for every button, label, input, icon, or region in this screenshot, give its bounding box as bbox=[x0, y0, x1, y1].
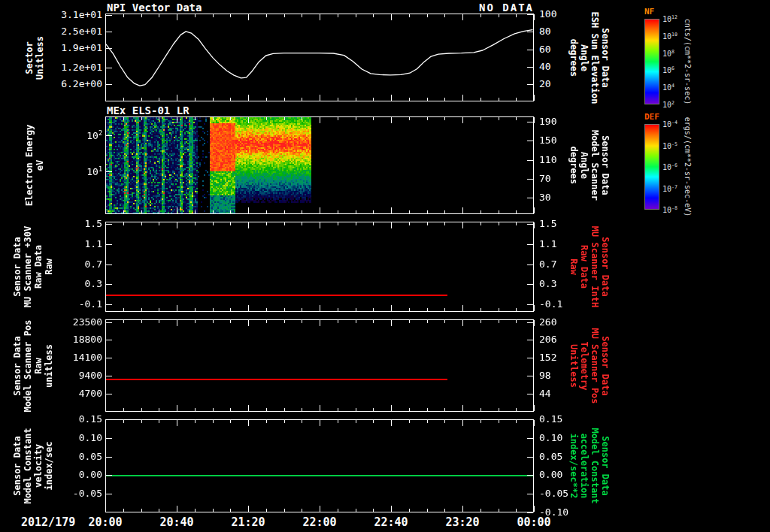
x-tick-mark bbox=[230, 222, 231, 225]
x-tick-mark bbox=[480, 98, 481, 101]
x-tick-mark bbox=[266, 210, 267, 213]
axis-label-line: Electron Energy bbox=[24, 125, 35, 206]
x-tick-mark bbox=[320, 207, 320, 213]
y-tick-label: 70 bbox=[539, 173, 551, 184]
x-tick-mark bbox=[213, 14, 214, 17]
x-tick-mark bbox=[427, 308, 428, 311]
colorbar-NF bbox=[644, 19, 659, 104]
x-tick-mark bbox=[356, 320, 356, 323]
x-tick-mark bbox=[462, 117, 463, 123]
colorbar-tick-label: 10-7 bbox=[662, 184, 678, 193]
x-tick-mark bbox=[177, 14, 177, 20]
y-tick-label: 6.2e+00 bbox=[35, 78, 102, 89]
x-tick-mark bbox=[338, 210, 338, 213]
x-tick-mark bbox=[230, 210, 231, 213]
x-tick-mark bbox=[159, 98, 159, 101]
x-tick-mark bbox=[195, 509, 196, 512]
y-tick-label: 98 bbox=[539, 370, 551, 381]
y-tick-mark bbox=[106, 171, 112, 172]
axis-label-line: index/sec bbox=[44, 428, 54, 503]
x-tick-mark bbox=[302, 98, 302, 101]
x-tick-mark bbox=[284, 117, 285, 120]
x-tick-mark bbox=[213, 308, 214, 311]
axis-label-line: Raw bbox=[44, 226, 54, 307]
x-tick-mark bbox=[338, 320, 338, 323]
y-tick-mark bbox=[527, 14, 533, 15]
right-axis-label-mu-scanner-30v: Sensor DataMU Scanner IntHRaw DataRaw bbox=[568, 226, 611, 307]
axis-label-line: velocity bbox=[33, 428, 44, 503]
right-axis-label-model-constant-velocity: Sensor DataModel Constantaccelerationind… bbox=[568, 428, 611, 503]
x-tick-label: 23:20 bbox=[436, 515, 489, 529]
y-tick-label: 100 bbox=[539, 8, 556, 20]
axis-label-line: Raw Data bbox=[33, 226, 44, 307]
left-axis-label-mu-scanner-30v: Sensor DataMU Scanner +30VRaw DataRaw bbox=[12, 226, 54, 307]
x-tick-mark bbox=[427, 320, 428, 323]
y-tick-mark bbox=[106, 322, 112, 323]
x-tick-mark bbox=[266, 98, 267, 101]
x-tick-mark bbox=[177, 95, 177, 101]
right-axis-label-model-scanner-pos: Sensor DataMU Scanner PosTelemetryUnitle… bbox=[568, 328, 611, 404]
x-tick-mark bbox=[338, 509, 338, 512]
y-tick-mark bbox=[527, 322, 533, 323]
x-tick-mark bbox=[230, 509, 231, 512]
x-tick-mark bbox=[499, 320, 499, 323]
y-tick-mark bbox=[527, 457, 533, 458]
x-tick-mark bbox=[444, 14, 445, 17]
x-tick-mark bbox=[444, 98, 445, 101]
y-tick-label: 30 bbox=[539, 192, 551, 203]
x-tick-mark bbox=[356, 420, 356, 423]
axis-label-line: Model Scanner Pos bbox=[23, 319, 33, 412]
x-tick-mark bbox=[391, 506, 392, 512]
axis-label-line: MU Scanner IntH bbox=[590, 226, 600, 307]
x-tick-mark bbox=[105, 95, 106, 101]
x-tick-mark bbox=[266, 408, 267, 411]
x-tick-mark bbox=[105, 222, 106, 228]
x-tick-mark bbox=[409, 222, 410, 225]
x-tick-mark bbox=[105, 420, 106, 426]
x-tick-mark bbox=[284, 408, 285, 411]
x-tick-mark bbox=[427, 210, 428, 213]
x-tick-mark bbox=[159, 420, 159, 423]
x-tick-mark bbox=[284, 14, 285, 17]
x-tick-mark bbox=[141, 14, 142, 17]
x-tick-mark bbox=[302, 408, 302, 411]
x-tick-mark bbox=[534, 420, 535, 426]
axis-label-line: acceleration bbox=[579, 428, 590, 503]
y-tick-label: 150 bbox=[539, 135, 556, 146]
colorbar-tick-label: 10-5 bbox=[662, 141, 678, 150]
y-tick-label: 0.05 bbox=[539, 451, 562, 462]
y-tick-mark bbox=[106, 244, 112, 245]
x-tick-mark bbox=[195, 222, 196, 225]
x-tick-mark bbox=[516, 420, 517, 423]
y-tick-mark bbox=[527, 50, 533, 50]
x-tick-mark bbox=[480, 14, 481, 17]
x-tick-mark bbox=[284, 210, 285, 213]
x-tick-mark bbox=[195, 408, 196, 411]
x-tick-label: 21:20 bbox=[222, 515, 274, 529]
x-tick-mark bbox=[356, 408, 356, 411]
right-axis-label-els-spectrogram: Sensor DataModel ScannerAngledegrees bbox=[568, 130, 611, 201]
axis-label-line: ESH Sun Elevation bbox=[590, 11, 600, 104]
left-axis-label-npi-vector-data: SectorUnitless bbox=[24, 36, 45, 80]
y-tick-label: 110 bbox=[539, 154, 556, 165]
x-tick-mark bbox=[356, 98, 356, 101]
x-tick-mark bbox=[338, 117, 338, 120]
colorbar-unit-NF: cnts/(cm**2-sr-sec) bbox=[682, 19, 693, 104]
x-tick-mark bbox=[516, 408, 517, 411]
x-tick-mark bbox=[141, 320, 142, 323]
x-tick-mark bbox=[409, 117, 410, 120]
y-tick-mark bbox=[106, 475, 112, 476]
axis-label-line: cnts/(cm**2-sr-sec) bbox=[682, 19, 693, 104]
x-tick-mark bbox=[534, 320, 535, 326]
x-tick-mark bbox=[266, 420, 267, 423]
x-tick-mark bbox=[141, 98, 142, 101]
axis-label-line: Sensor Data bbox=[600, 226, 611, 307]
x-tick-mark bbox=[373, 98, 374, 101]
x-tick-mark bbox=[356, 14, 356, 17]
x-tick-mark bbox=[516, 98, 517, 101]
x-tick-mark bbox=[462, 405, 463, 411]
x-tick-mark bbox=[320, 506, 320, 512]
x-tick-mark bbox=[123, 408, 124, 411]
x-tick-mark bbox=[444, 320, 445, 323]
x-tick-mark bbox=[159, 509, 159, 512]
